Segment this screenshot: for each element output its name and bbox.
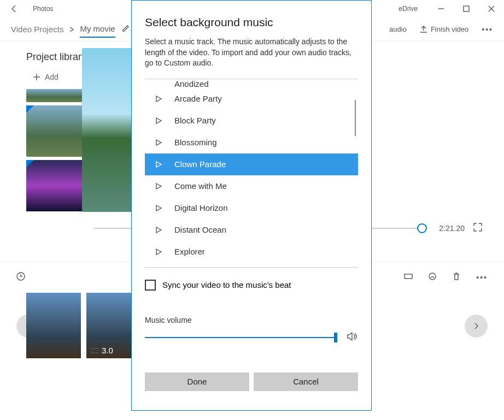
svg-rect-0 bbox=[464, 6, 469, 11]
fullscreen-icon[interactable] bbox=[473, 223, 482, 234]
track-item-selected[interactable]: Clown Parade bbox=[145, 153, 358, 175]
volume-handle[interactable] bbox=[334, 333, 337, 342]
seek-handle[interactable] bbox=[417, 223, 427, 233]
background-music-dialog: Select background music Select a music t… bbox=[131, 0, 372, 411]
breadcrumb-root[interactable]: Video Projects bbox=[11, 25, 63, 34]
svg-rect-4 bbox=[91, 348, 98, 353]
volume-label: Music volume bbox=[145, 316, 358, 324]
more-button[interactable]: ••• bbox=[482, 25, 493, 34]
strip-next-button[interactable] bbox=[465, 315, 488, 338]
scrollbar-thumb[interactable] bbox=[355, 100, 356, 136]
sync-label: Sync your video to the music's beat bbox=[162, 280, 291, 289]
filters-icon[interactable] bbox=[428, 272, 437, 283]
time-display: 2:21.20 bbox=[439, 224, 465, 233]
volume-slider[interactable] bbox=[145, 337, 337, 338]
track-item[interactable]: Block Party bbox=[145, 110, 358, 132]
close-button[interactable] bbox=[479, 0, 504, 17]
sync-checkbox[interactable] bbox=[145, 280, 156, 291]
cloud-label: eDrive bbox=[398, 5, 418, 13]
app-name: Photos bbox=[33, 5, 53, 13]
minimize-button[interactable] bbox=[429, 0, 454, 17]
track-item[interactable]: Anodized bbox=[145, 79, 358, 88]
dialog-title: Select background music bbox=[145, 16, 358, 29]
speaker-icon[interactable] bbox=[347, 332, 358, 343]
clip[interactable] bbox=[26, 293, 81, 358]
svg-rect-2 bbox=[405, 274, 412, 279]
duration-icon[interactable] bbox=[16, 272, 25, 283]
edit-name-icon[interactable] bbox=[122, 25, 130, 34]
breadcrumb-current[interactable]: My movie bbox=[80, 24, 115, 38]
track-item[interactable]: Arcade Party bbox=[145, 88, 358, 110]
back-button[interactable] bbox=[5, 0, 23, 17]
sync-checkbox-row[interactable]: Sync your video to the music's beat bbox=[145, 280, 358, 291]
maximize-button[interactable] bbox=[454, 0, 479, 17]
resize-icon[interactable] bbox=[404, 272, 413, 283]
chevron-right-icon bbox=[69, 25, 74, 34]
finish-video-button[interactable]: Finish video bbox=[420, 25, 468, 33]
track-item[interactable]: Come with Me bbox=[145, 175, 358, 197]
custom-audio-button[interactable]: audio bbox=[389, 25, 407, 33]
dialog-description: Select a music track. The music automati… bbox=[145, 37, 358, 69]
track-item[interactable]: Explorer bbox=[145, 241, 358, 263]
track-item[interactable]: Digital Horizon bbox=[145, 197, 358, 219]
track-item[interactable]: Blossoming bbox=[145, 132, 358, 153]
cancel-button[interactable]: Cancel bbox=[254, 372, 358, 391]
done-button[interactable]: Done bbox=[145, 372, 249, 391]
storyboard-more[interactable]: ••• bbox=[476, 273, 488, 282]
track-item[interactable]: Distant Ocean bbox=[145, 219, 358, 241]
delete-icon[interactable] bbox=[452, 272, 461, 283]
track-list[interactable]: Anodized Arcade Party Block Party Blosso… bbox=[145, 79, 358, 268]
